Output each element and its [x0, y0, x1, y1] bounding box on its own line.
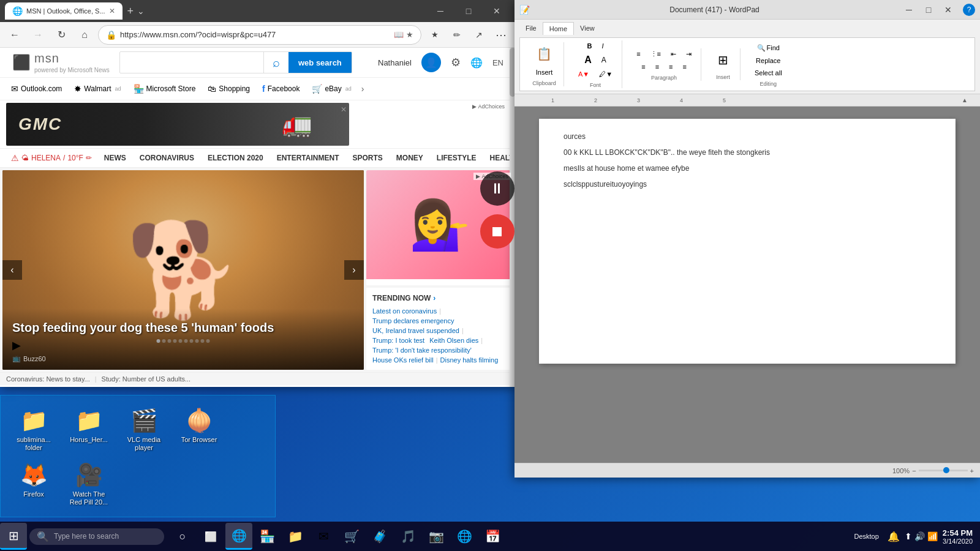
- ad-card-title[interactable]: Incredible Cash Back Card Wipes Out Inte…: [366, 279, 513, 285]
- msn-language-icon[interactable]: 🌐: [470, 57, 483, 69]
- ribbon-bold-button[interactable]: B: [583, 40, 597, 51]
- news-strip-item-0[interactable]: Coronavirus: News to stay...: [6, 375, 90, 383]
- zoom-slider[interactable]: [919, 470, 968, 471]
- desk-icon-tor[interactable]: 🧅 Tor Browser: [172, 403, 227, 457]
- ribbon-align-justify[interactable]: ≡: [678, 61, 690, 72]
- ribbon-align-center[interactable]: ≡: [651, 61, 663, 72]
- bookmark-walmart[interactable]: ✸ Walmart ad: [69, 81, 126, 96]
- nav-entertainment[interactable]: ENTERTAINMENT: [271, 149, 345, 167]
- ribbon-find-button[interactable]: 🔍 Find: [753, 42, 784, 54]
- ad-close-button[interactable]: ✕: [341, 105, 347, 114]
- wordpad-help-button[interactable]: ?: [963, 4, 975, 16]
- ribbon-font-size-large[interactable]: A: [580, 53, 596, 67]
- wordpad-minimize-button[interactable]: ─: [899, 0, 919, 20]
- nav-coronavirus[interactable]: CORONAVIRUS: [134, 149, 200, 167]
- wordpad-maximize-button[interactable]: □: [919, 0, 938, 20]
- wordpad-close-button[interactable]: ✕: [938, 0, 958, 20]
- start-button[interactable]: ⊞: [0, 523, 27, 550]
- msn-user-avatar[interactable]: 👤: [421, 53, 441, 72]
- close-button[interactable]: ✕: [483, 0, 511, 22]
- sys-icon-2[interactable]: 🔊: [914, 531, 925, 541]
- hero-next-button[interactable]: ›: [344, 260, 364, 280]
- ad-choices-banner[interactable]: ▶ AdChoices: [470, 103, 507, 110]
- weather-widget[interactable]: ⚠ 🌤 HELENA / 10°F ✏: [6, 149, 97, 167]
- trending-item-1[interactable]: Trump declares emergency: [372, 317, 454, 324]
- ribbon-font-size-small[interactable]: A: [597, 54, 611, 66]
- ribbon-align-right[interactable]: ≡: [665, 61, 677, 72]
- taskbar-clock[interactable]: 2:54 PM 3/14/2020: [943, 528, 973, 545]
- msn-bing-search-button[interactable]: ⌕: [263, 51, 288, 73]
- tab-close-button[interactable]: ✕: [109, 7, 115, 15]
- nav-money[interactable]: MONEY: [390, 149, 429, 167]
- trending-item-0[interactable]: Latest on coronavirus: [372, 307, 437, 315]
- share-button[interactable]: ↗: [469, 25, 489, 45]
- favorites-bar-button[interactable]: ★: [425, 25, 445, 45]
- trending-item-7[interactable]: Disney halts filming: [440, 356, 499, 364]
- bookmark-shopping[interactable]: 🛍 Shopping: [203, 81, 255, 96]
- taskbar-trips-icon[interactable]: 🧳: [366, 523, 393, 550]
- weather-edit-icon[interactable]: ✏: [86, 154, 92, 162]
- wordpad-document-area[interactable]: ources 00 k KKL LL LBOKCK"CK"DK"B".. the…: [514, 107, 980, 463]
- trending-item-3[interactable]: Trump: I took test: [372, 337, 424, 344]
- trending-item-5[interactable]: Trump: 'I don't take responsibility': [372, 347, 472, 354]
- desktop-label[interactable]: Desktop: [851, 533, 883, 540]
- refresh-button[interactable]: ↻: [51, 25, 71, 45]
- ribbon-tab-view[interactable]: View: [574, 22, 601, 35]
- trending-item-2[interactable]: UK, Ireland travel suspended: [372, 327, 459, 334]
- trending-item-6[interactable]: House OKs relief bill: [372, 356, 434, 364]
- desk-icon-firefox[interactable]: 🦊 Firefox: [6, 457, 61, 511]
- taskbar-camera-icon[interactable]: 📷: [423, 523, 450, 550]
- zoom-minus-button[interactable]: −: [912, 467, 916, 474]
- bookmark-facebook[interactable]: f Facebook: [257, 81, 304, 96]
- nav-election[interactable]: ELECTION 2020: [202, 149, 270, 167]
- hero-prev-button[interactable]: ‹: [2, 260, 22, 280]
- hero-article[interactable]: 🐕 ‹ ›: [2, 170, 364, 370]
- more-button[interactable]: ⋯: [491, 25, 511, 45]
- ruler-indent-marker[interactable]: ▲: [962, 97, 968, 103]
- ribbon-indent-increase[interactable]: ⇥: [682, 48, 696, 60]
- record-stop-button[interactable]: ⏹: [480, 214, 514, 249]
- taskbar-files-icon[interactable]: 📁: [282, 523, 309, 550]
- bookmark-ebay[interactable]: 🛒 eBay ad: [307, 81, 356, 96]
- ribbon-insert-label-button[interactable]: Insert: [532, 67, 557, 78]
- address-bar[interactable]: 🔒 https://www.msn.com/?ocid=wispr&pc=u47…: [98, 25, 421, 45]
- msn-settings-icon[interactable]: ⚙: [451, 56, 461, 69]
- taskbar-mail-icon[interactable]: ✉: [310, 523, 337, 550]
- taskbar-media-icon[interactable]: 🎵: [394, 523, 421, 550]
- taskbar-browser2-icon[interactable]: 🌐: [451, 523, 478, 550]
- desk-icon-vlc[interactable]: 🎬 VLC media player: [116, 403, 172, 457]
- taskbar-store-icon[interactable]: 🏪: [254, 523, 281, 550]
- reader-view-icon[interactable]: 📖: [394, 30, 404, 39]
- bookmark-microsoft-store[interactable]: 🏪 Microsoft Store: [129, 81, 201, 96]
- ribbon-replace-button[interactable]: Replace: [752, 55, 785, 66]
- hero-play-icon[interactable]: ▶: [12, 339, 354, 352]
- minimize-button[interactable]: ─: [426, 0, 454, 22]
- ribbon-align-left[interactable]: ≡: [637, 61, 649, 72]
- ribbon-tab-file[interactable]: File: [519, 22, 543, 35]
- browser-tab-active[interactable]: 🌐 MSN | Outlook, Office, S... ✕: [5, 2, 123, 20]
- taskbar-search-input[interactable]: [54, 532, 152, 541]
- msn-search-input[interactable]: [120, 58, 263, 67]
- ribbon-italic-button[interactable]: I: [598, 40, 608, 51]
- bookmark-outlook[interactable]: ✉ Outlook.com: [6, 81, 67, 96]
- taskbar-amazon-icon[interactable]: 🛒: [338, 523, 365, 550]
- home-button[interactable]: ⌂: [75, 25, 94, 45]
- nav-sports[interactable]: SPORTS: [346, 149, 388, 167]
- ribbon-highlight-button[interactable]: 🖊▼: [595, 69, 617, 80]
- ribbon-bullets-button[interactable]: ≡: [632, 48, 644, 59]
- taskbar-calendar-icon[interactable]: 📅: [479, 523, 506, 550]
- desk-icon-sublimina[interactable]: 📁 sublimina... folder: [6, 403, 61, 457]
- ribbon-insert-large-button[interactable]: ⊞: [711, 48, 735, 72]
- zoom-plus-button[interactable]: +: [970, 467, 974, 474]
- sys-icon-network[interactable]: 📶: [927, 531, 938, 541]
- nav-news[interactable]: NEWS: [98, 149, 132, 167]
- ribbon-font-color-button[interactable]: A▼: [574, 69, 594, 80]
- bookmarks-more-button[interactable]: ›: [361, 84, 364, 94]
- ribbon-select-all-button[interactable]: Select all: [750, 67, 786, 78]
- taskbar-edge-icon[interactable]: 🌐: [225, 523, 252, 550]
- taskbar-multitask-icon[interactable]: ⬜: [197, 523, 224, 550]
- desk-icon-watch-red-pill[interactable]: 🎥 Watch The Red Pill 20...: [61, 457, 116, 511]
- ribbon-insert-button[interactable]: 📋: [530, 42, 559, 66]
- taskbar-cortana-icon[interactable]: ○: [169, 523, 196, 550]
- tab-list-button[interactable]: ⌄: [137, 6, 145, 16]
